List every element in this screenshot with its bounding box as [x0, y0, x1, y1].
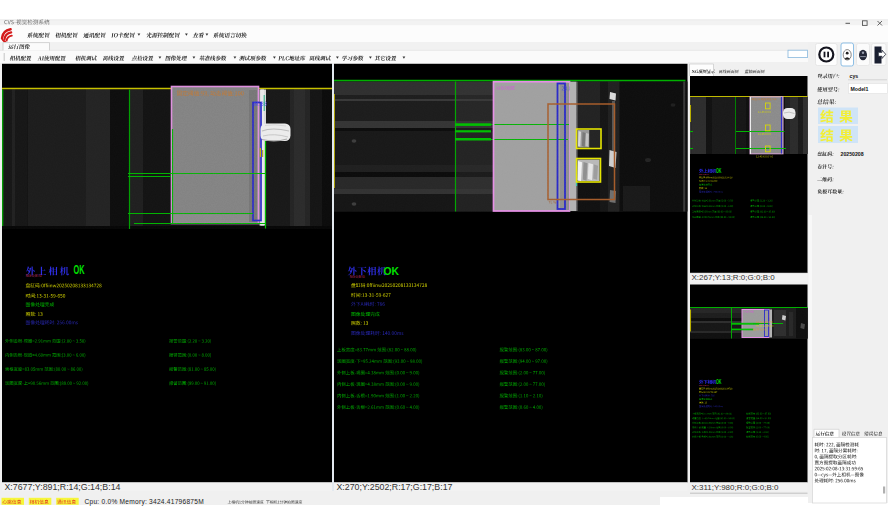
- svg-text:Model1: Model1: [851, 86, 869, 92]
- svg-text:OK: OK: [74, 262, 85, 277]
- svg-text:OK: OK: [716, 167, 722, 174]
- svg-text:OK: OK: [384, 265, 400, 277]
- svg-text:NG:0;B:/0: NG:0;B:/0: [26, 274, 42, 278]
- svg-text:X:267;Y:13;R:0;G:0;B:0: X:267;Y:13;R:0;G:0;B:0: [692, 273, 776, 282]
- svg-text:Cpu: 0.0% Memory: 3424.4179687: Cpu: 0.0% Memory: 3424.41796875M: [85, 498, 204, 506]
- svg-text:20250208: 20250208: [841, 151, 864, 157]
- svg-text:OK: OK: [716, 378, 722, 385]
- svg-text:X:270;Y:2502;R:17;G:17;B:17: X:270;Y:2502;R:17;G:17;B:17: [337, 482, 453, 492]
- svg-text:NG:0;B:/0: NG:0;B:/0: [350, 275, 365, 279]
- svg-text:X:7677;Y:891;R:14;G:14;B:14: X:7677;Y:891;R:14;G:14;B:14: [5, 482, 121, 492]
- svg-text:cys: cys: [850, 73, 859, 79]
- svg-text:X:311;Y:980;R:0;G:0;B:0: X:311;Y:980;R:0;G:0;B:0: [692, 483, 780, 492]
